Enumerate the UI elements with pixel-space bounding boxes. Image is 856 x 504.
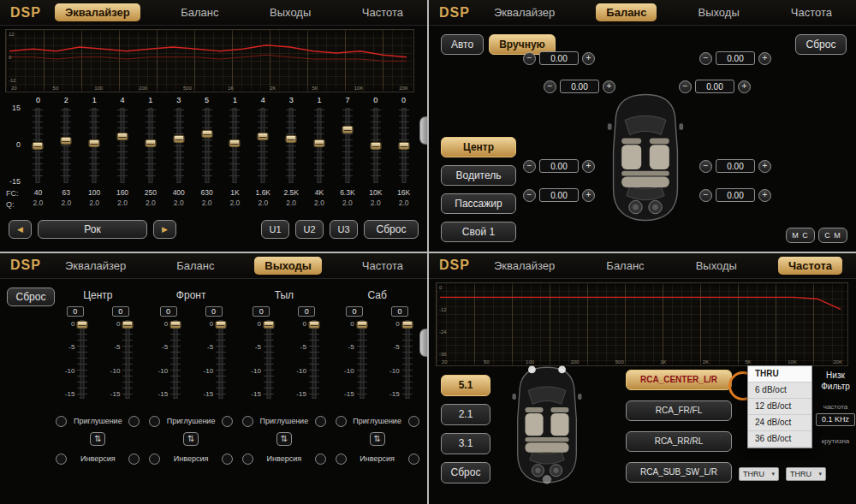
band-slider-handle[interactable]: [89, 139, 100, 147]
output-slider-handle[interactable]: [122, 321, 134, 329]
output-slider-track[interactable]: [169, 320, 181, 399]
mute-right-checkbox[interactable]: [315, 416, 326, 427]
invert-left-checkbox[interactable]: [56, 454, 67, 465]
eq-reset-button[interactable]: Сброс: [364, 220, 419, 239]
rca-button-3[interactable]: RCA_RR/RL: [626, 431, 732, 452]
link-channels-toggle[interactable]: ⇅: [276, 432, 292, 446]
band-slider-handle[interactable]: [61, 137, 72, 145]
rca-button-2[interactable]: RCA_FR/FL: [626, 400, 732, 421]
dropdown-option[interactable]: 6 dB/oct: [748, 382, 811, 399]
tab-balance[interactable]: Баланс: [166, 257, 224, 275]
cm-button[interactable]: C M: [818, 228, 847, 243]
preset-select-button[interactable]: Рок: [38, 220, 147, 239]
band-slider-track[interactable]: [60, 108, 72, 183]
mode-2-1-button[interactable]: 2.1: [441, 404, 490, 425]
minus-button[interactable]: −: [523, 52, 536, 65]
plus-button[interactable]: +: [758, 189, 771, 202]
output-slider-track[interactable]: [215, 320, 227, 399]
band-slider-track[interactable]: [313, 108, 325, 183]
frequency-value[interactable]: 0.1 KHz: [816, 413, 855, 426]
minus-button[interactable]: −: [679, 80, 692, 93]
tab-balance[interactable]: Баланс: [170, 3, 229, 21]
output-slider-track[interactable]: [76, 320, 88, 399]
tab-balance[interactable]: Баланс: [596, 3, 657, 21]
tab-outputs[interactable]: Выходы: [688, 3, 750, 21]
band-slider-handle[interactable]: [145, 139, 156, 147]
band-slider-handle[interactable]: [201, 130, 212, 138]
band-slider-handle[interactable]: [314, 139, 325, 147]
rca-button-4[interactable]: RCA_SUB_SW_L/R: [626, 462, 732, 483]
output-slider-handle[interactable]: [263, 321, 274, 329]
tab-frequency[interactable]: Частота: [352, 257, 413, 275]
band-slider-handle[interactable]: [370, 142, 381, 150]
position-button-4[interactable]: Свой 1: [441, 222, 516, 242]
minus-button[interactable]: −: [523, 160, 536, 173]
memory-u3-button[interactable]: U3: [330, 220, 358, 239]
output-slider-handle[interactable]: [356, 321, 367, 329]
tab-equalizer[interactable]: Эквалайзер: [484, 257, 565, 275]
band-slider-handle[interactable]: [229, 139, 241, 147]
minus-button[interactable]: −: [699, 189, 712, 202]
tab-outputs[interactable]: Выходы: [686, 257, 747, 275]
position-button-2[interactable]: Водитель: [441, 165, 516, 186]
mute-left-checkbox[interactable]: [242, 416, 253, 427]
output-slider-handle[interactable]: [308, 321, 319, 329]
tab-frequency[interactable]: Частота: [781, 3, 842, 21]
invert-right-checkbox[interactable]: [315, 454, 326, 465]
plus-button[interactable]: +: [582, 52, 595, 65]
output-slider-handle[interactable]: [401, 321, 413, 329]
output-slider-handle[interactable]: [77, 321, 88, 329]
band-slider-track[interactable]: [173, 108, 185, 183]
mute-left-checkbox[interactable]: [149, 416, 160, 427]
link-channels-toggle[interactable]: ⇅: [90, 432, 105, 446]
band-slider-track[interactable]: [145, 108, 157, 183]
band-slider-track[interactable]: [257, 108, 269, 183]
link-channels-toggle[interactable]: ⇅: [183, 432, 199, 446]
mute-left-checkbox[interactable]: [56, 416, 67, 427]
dropdown-option[interactable]: 24 dB/oct: [748, 415, 811, 431]
band-slider-track[interactable]: [116, 108, 128, 183]
mode-5-1-button[interactable]: 5.1: [441, 375, 490, 396]
plus-button[interactable]: +: [738, 80, 751, 93]
mc-button[interactable]: M C: [786, 228, 815, 243]
invert-right-checkbox[interactable]: [222, 454, 233, 465]
band-slider-track[interactable]: [285, 108, 297, 183]
plus-button[interactable]: +: [758, 52, 771, 65]
band-slider-handle[interactable]: [398, 142, 409, 150]
balance-reset-button[interactable]: Сброс: [795, 34, 847, 55]
freq-reset-button[interactable]: Сброс: [441, 462, 490, 483]
minus-button[interactable]: −: [523, 189, 536, 202]
tab-outputs[interactable]: Выходы: [259, 3, 321, 21]
position-button-3[interactable]: Пассажир: [441, 193, 516, 214]
invert-left-checkbox[interactable]: [149, 454, 160, 465]
plus-button[interactable]: +: [582, 160, 595, 173]
tab-balance[interactable]: Баланс: [596, 257, 654, 275]
mute-right-checkbox[interactable]: [222, 416, 233, 427]
slide-out-handle[interactable]: [419, 329, 427, 357]
band-slider-handle[interactable]: [173, 135, 184, 143]
tab-outputs[interactable]: Выходы: [254, 257, 322, 275]
band-slider-track[interactable]: [398, 108, 410, 183]
band-slider-handle[interactable]: [33, 142, 44, 150]
band-slider-handle[interactable]: [117, 133, 128, 140]
tab-equalizer[interactable]: Эквалайзер: [55, 3, 140, 21]
band-slider-track[interactable]: [342, 108, 354, 183]
position-button-1[interactable]: Центр: [441, 137, 516, 157]
output-slider-track[interactable]: [263, 320, 275, 399]
band-slider-track[interactable]: [32, 108, 44, 183]
invert-left-checkbox[interactable]: [336, 454, 347, 465]
dropdown-option[interactable]: 36 dB/oct: [748, 431, 811, 448]
band-slider-handle[interactable]: [258, 133, 269, 140]
preset-prev-button[interactable]: ◀: [9, 220, 32, 239]
tab-equalizer[interactable]: Эквалайзер: [484, 3, 565, 21]
band-slider-handle[interactable]: [342, 126, 353, 133]
band-slider-handle[interactable]: [286, 135, 297, 143]
minus-button[interactable]: −: [544, 80, 556, 93]
minus-button[interactable]: −: [699, 160, 712, 173]
memory-u1-button[interactable]: U1: [261, 220, 289, 239]
output-slider-track[interactable]: [356, 320, 368, 399]
slope-select-2[interactable]: THRU▾: [786, 467, 826, 481]
tab-frequency[interactable]: Частота: [778, 257, 842, 275]
band-slider-track[interactable]: [88, 108, 100, 183]
mute-right-checkbox[interactable]: [408, 416, 419, 427]
